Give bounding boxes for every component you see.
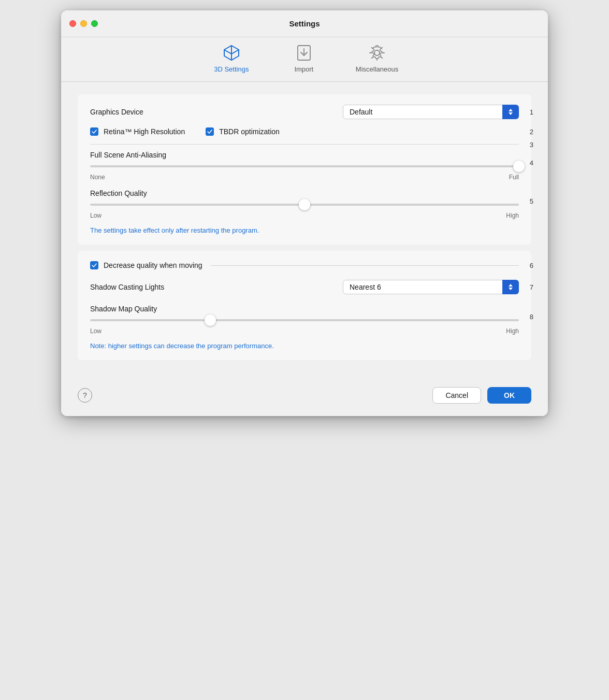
gear-icon [368,44,386,62]
section-divider [90,144,519,145]
section1-note: The settings take effect only after rest… [90,226,519,234]
anti-aliasing-section: Full Scene Anti-Aliasing None Full 4 [90,151,519,181]
divider-row-3: 3 [90,144,519,145]
decrease-quality-checkbox[interactable] [90,261,98,269]
tab-3d-settings[interactable]: 3D Settings [211,44,252,73]
tbdr-checkbox-row: TBDR optimization [206,127,280,136]
ok-button[interactable]: OK [487,387,531,404]
anti-aliasing-label: Full Scene Anti-Aliasing [90,151,519,159]
decrease-quality-checkbox-row: Decrease quality when moving [90,261,202,269]
tabbar: 3D Settings Import Miscellaneous [61,37,548,82]
anti-aliasing-max: Full [509,174,519,181]
reflection-thumb[interactable] [299,199,310,210]
annotation-8: 8 [530,313,533,321]
titlebar: Settings [61,10,548,37]
annotation-4: 4 [530,159,533,167]
shadow-map-track [90,319,519,321]
tbdr-label: TBDR optimization [219,127,280,136]
graphics-device-row: Graphics Device Default 1 [90,105,519,119]
annotation-7: 7 [530,283,533,291]
shadow-map-min: Low [90,327,102,335]
settings-window: Settings 3D Settings Import [61,10,548,416]
main-content: Graphics Device Default 1 [61,82,548,379]
shadow-casting-select-wrapper: Nearest 6 [343,280,519,294]
window-title: Settings [289,19,320,28]
reflection-labels: Low High [90,212,519,219]
tab-misc-label: Miscellaneous [356,65,398,73]
shadow-map-labels: Low High [90,327,519,335]
annotation-2: 2 [530,128,533,136]
decrease-quality-line [211,265,519,266]
shadow-map-max: High [506,327,519,335]
shadow-map-slider-wrapper [90,319,519,321]
help-button[interactable]: ? [78,388,92,403]
action-buttons: Cancel OK [432,387,531,404]
reflection-slider-wrapper [90,204,519,206]
shadow-map-label: Shadow Map Quality [90,305,519,313]
anti-aliasing-min: None [90,174,105,181]
annotation-3: 3 [530,140,533,148]
reflection-min: Low [90,212,102,219]
import-icon [295,44,313,62]
shadow-casting-select[interactable]: Nearest 6 [343,280,519,294]
close-button[interactable] [69,20,76,27]
minimize-button[interactable] [80,20,87,27]
decrease-quality-label: Decrease quality when moving [104,261,202,269]
graphics-device-select-wrapper: Default [343,105,519,119]
anti-aliasing-thumb[interactable] [513,161,525,172]
annotation-6: 6 [530,262,533,269]
bottom-bar: ? Cancel OK [61,379,548,416]
tab-import[interactable]: Import [283,44,325,73]
reflection-track [90,204,519,206]
checkboxes-row: Retina™ High Resolution TBDR optimizatio… [90,127,519,136]
shadow-map-thumb[interactable] [205,315,216,326]
retina-label: Retina™ High Resolution [104,127,185,136]
section-shadow: Decrease quality when moving 6 Shadow Ca… [78,251,531,360]
reflection-max: High [506,212,519,219]
retina-checkbox[interactable] [90,127,98,136]
tbdr-checkbox[interactable] [206,127,214,136]
section2-note: Note: higher settings can decrease the p… [90,342,519,350]
cube-icon [222,44,241,62]
annotation-1: 1 [530,108,533,116]
graphics-device-select[interactable]: Default [343,105,519,119]
shadow-casting-label: Shadow Casting Lights [90,283,343,291]
tab-import-label: Import [294,65,313,73]
shadow-map-section: Shadow Map Quality Low High 8 [90,305,519,335]
annotation-5: 5 [530,197,533,205]
anti-aliasing-labels: None Full [90,174,519,181]
reflection-section: Reflection Quality Low High 5 [90,189,519,219]
graphics-device-label: Graphics Device [90,108,343,116]
anti-aliasing-slider-wrapper [90,165,519,167]
decrease-quality-row: Decrease quality when moving 6 [90,261,519,269]
retina-checkbox-row: Retina™ High Resolution [90,127,185,136]
svg-point-1 [374,50,380,55]
shadow-casting-row: Shadow Casting Lights Nearest 6 7 [90,280,519,294]
section-graphics: Graphics Device Default 1 [78,94,531,245]
reflection-label: Reflection Quality [90,189,519,197]
tab-3d-settings-label: 3D Settings [214,65,249,73]
anti-aliasing-track [90,165,519,167]
tab-miscellaneous[interactable]: Miscellaneous [356,44,398,73]
maximize-button[interactable] [91,20,98,27]
window-controls [69,20,98,27]
cancel-button[interactable]: Cancel [432,387,481,404]
